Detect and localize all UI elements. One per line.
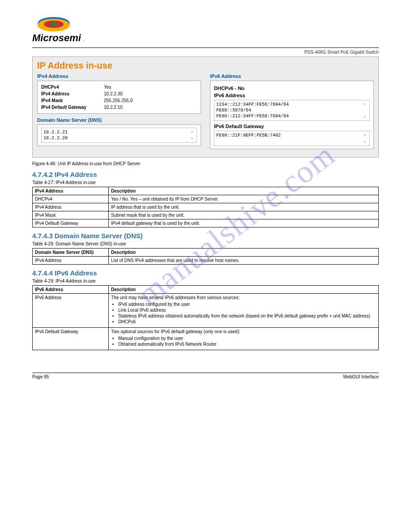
ipv4-row1-value: 10.2.2.30 <box>104 90 197 97</box>
t3-r1-lead: Two optional sources for IPv6 default ga… <box>111 329 376 334</box>
ipv6-gateway-label: IPv6 Default Gateway <box>214 124 370 129</box>
table-row: IPv4 AddressIP address that is used by t… <box>33 203 379 211</box>
table-row: IPv4 AddressList of DNS IPv4 addresses t… <box>33 257 379 265</box>
list-item: Stateless IPv6 address obtained automati… <box>118 313 376 318</box>
ipv4-group: DHCPv4Yes IPv4 Address10.2.2.30 IPv4 Mas… <box>37 81 201 114</box>
t3-h1: Description <box>109 286 379 294</box>
header-divider <box>32 47 379 48</box>
figure-caption: Figure 4-46: Unit IP Address in-use from… <box>32 161 379 166</box>
list-item: Link Local IPv6 address <box>118 308 376 313</box>
ipv4-row2-label: IPv4 Mask <box>41 97 104 104</box>
t2-h0: Domain Name Server (DNS) <box>33 249 109 257</box>
ipv4-header: IPv4 Address <box>37 73 201 79</box>
t3-h0: IPv6 Address <box>33 286 109 294</box>
table-dns: Domain Name Server (DNS) Description IPv… <box>32 248 379 265</box>
list-item: IPv6 address configured by the user <box>118 302 376 307</box>
scroll-down-icon[interactable]: ▾ <box>364 115 366 119</box>
ipv6-address-content: 1234::212:34FF:FE56:7894/64 FE80::5678/6… <box>216 102 362 119</box>
footer-section-name: WebGUI Interface <box>343 374 379 379</box>
scroll-up-icon[interactable]: ▴ <box>191 129 193 134</box>
table-ipv6-address: IPv6 Address Description IPv6 Address Th… <box>32 285 379 350</box>
dns-content: 10.2.2.21 10.2.2.20 <box>43 129 189 141</box>
t3-r0-lead: The unit may have several IPv6 addresses… <box>111 295 376 300</box>
svg-point-3 <box>49 22 58 26</box>
section2-heading: 4.7.4.3 Domain Name Server (DNS) <box>32 232 379 240</box>
ipv6-address-textarea[interactable]: 1234::212:34FF:FE56:7894/64 FE80::5678/6… <box>214 100 370 121</box>
table-row: IPv4 Default GatewayIPv4 default gateway… <box>33 219 379 227</box>
section1-heading: 4.7.4.2 IPv4 Address <box>32 171 379 178</box>
brand-logo: Microsemi . <box>32 13 379 45</box>
dns-group: 10.2.2.21 10.2.2.20 ▴▾ <box>37 124 201 146</box>
figure-screenshot-panel: IP Address in-use IPv4 Address DHCPv4Yes… <box>32 56 379 158</box>
table-row: IPv6 Default Gateway Two optional source… <box>33 328 379 350</box>
ipv4-row3-value: 10.2.2.10 <box>104 104 197 111</box>
table-row: DHCPv4Yes / No. Yes – unit obtained its … <box>33 195 379 203</box>
list-item: Manual configuration by the user <box>118 336 376 341</box>
ipv6-header: IPv6 Address <box>210 73 374 79</box>
table-ipv4-address: IPv4 Address Description DHCPv4Yes / No.… <box>32 187 379 227</box>
list-item: Obtained automatically from IPv6 Network… <box>118 342 376 347</box>
t1-h1: Description <box>109 187 379 195</box>
ipv4-row0-value: Yes <box>104 84 197 90</box>
ipv6-gateway-textarea[interactable]: FE80::21F:9EFF:FE5B:7402 ▴▾ <box>214 131 370 146</box>
ipv6-group: DHCPv6 - No IPv6 Address 1234::212:34FF:… <box>210 81 374 149</box>
scroll-up-icon[interactable]: ▴ <box>364 133 366 137</box>
t1-h0: IPv4 Address <box>33 187 109 195</box>
scroll-down-icon[interactable]: ▾ <box>191 137 193 141</box>
table1-caption: Table 4-27: IPv4 Address in-use <box>32 180 379 185</box>
dns-header: Domain Name Server (DNS) <box>37 117 201 123</box>
product-name: PDS-408G Smart PoE Gigabit Switch <box>32 50 379 55</box>
panel-title: IP Address in-use <box>37 60 374 71</box>
svg-text:.: . <box>83 37 84 42</box>
table-row: IPv6 Address The unit may have several I… <box>33 294 379 328</box>
table2-caption: Table 4-28: Domain Name Server (DNS) in-… <box>32 241 379 246</box>
ipv4-row3-label: IPv4 Default Gateway <box>41 104 104 111</box>
table-row: IPv4 MaskSubnet mask that is used by the… <box>33 211 379 219</box>
t2-h1: Description <box>109 249 379 257</box>
dns-textarea[interactable]: 10.2.2.21 10.2.2.20 ▴▾ <box>41 128 197 143</box>
section3-heading: 4.7.4.4 IPv6 Address <box>32 269 379 277</box>
dhcpv6-line: DHCPv6 - No <box>214 86 370 91</box>
ipv4-row2-value: 255.255.255.0 <box>104 97 197 104</box>
page-footer: Page 85 WebGUI Interface <box>32 373 379 379</box>
ipv6-address-label: IPv6 Address <box>214 93 370 98</box>
svg-text:Microsemi: Microsemi <box>32 32 81 43</box>
table3-caption: Table 4-29: IPv4 Address in-use <box>32 279 379 283</box>
ipv4-row1-label: IPv4 Address <box>41 90 104 97</box>
list-item: DHCPv6 <box>118 319 376 324</box>
footer-page-number: Page 85 <box>32 374 49 379</box>
scroll-up-icon[interactable]: ▴ <box>364 102 366 106</box>
ipv6-gateway-content: FE80::21F:9EFF:FE5B:7402 <box>216 133 362 144</box>
ipv4-row0-label: DHCPv4 <box>41 84 104 90</box>
scroll-down-icon[interactable]: ▾ <box>364 140 366 144</box>
